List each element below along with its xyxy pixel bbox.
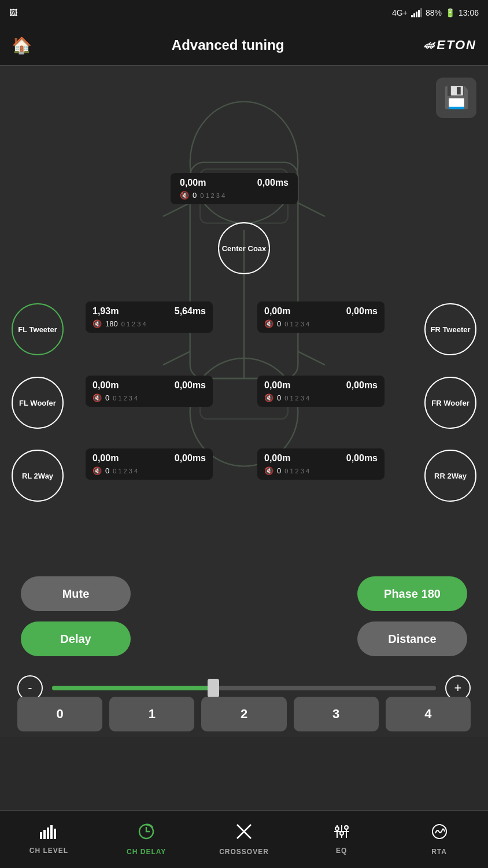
rr-delay: 0,00ms (346, 453, 378, 464)
svg-rect-11 (43, 830, 46, 839)
rr-eq: 0 1 2 3 4 (284, 468, 309, 475)
center-level: 0 (193, 191, 197, 200)
rl-distance: 0,00m (93, 453, 119, 464)
fr-woofer-info-box: 0,00m 0,00ms 🔇 0 0 1 2 3 4 (257, 376, 385, 407)
rl-delay: 0,00ms (175, 453, 206, 464)
channel-number-buttons: 0 1 2 3 4 (17, 697, 471, 737)
eq-label: EQ (336, 847, 347, 855)
phase180-button[interactable]: Phase 180 (357, 576, 467, 611)
rr-2way-info-box: 0,00m 0,00ms 🔇 0 0 1 2 3 4 (257, 448, 385, 480)
time-text: 13:06 (459, 8, 479, 17)
frw-distance: 0,00m (264, 380, 290, 391)
crossover-icon (235, 823, 253, 844)
channel-btn-2[interactable]: 2 (201, 697, 286, 731)
nav-rta[interactable]: RTA (390, 811, 488, 868)
rl-2way-info-box: 0,00m 0,00ms 🔇 0 0 1 2 3 4 (86, 448, 213, 480)
rta-icon (431, 823, 448, 844)
status-bar: 🖼 4G+ 88% 🔋 13:06 (0, 0, 488, 25)
crossover-label: CROSSOVER (219, 848, 269, 856)
ch-delay-label: CH DELAY (127, 848, 166, 856)
mute-button[interactable]: Mute (21, 576, 131, 611)
signal-bars (411, 8, 422, 17)
ch-level-label: CH LEVEL (29, 847, 68, 855)
frt-delay: 0,00ms (346, 306, 378, 317)
svg-rect-14 (54, 829, 56, 839)
channel-btn-3[interactable]: 3 (294, 697, 379, 731)
frw-mute-icon[interactable]: 🔇 (264, 393, 273, 402)
eq-icon (333, 824, 350, 843)
brand-logo: 🏎 ETON (424, 38, 476, 53)
page-title: Advanced tuning (32, 37, 424, 53)
flw-distance: 0,00m (93, 380, 119, 391)
rl-2way-circle[interactable]: RL 2Way (12, 450, 64, 502)
rr-mute-icon[interactable]: 🔇 (264, 466, 273, 475)
slider-thumb[interactable] (208, 679, 219, 697)
header: 🏠 Advanced tuning 🏎 ETON (0, 25, 488, 66)
flw-mute-icon[interactable]: 🔇 (93, 393, 102, 402)
svg-point-23 (340, 832, 343, 835)
svg-rect-13 (50, 825, 53, 839)
flt-mute-icon[interactable]: 🔇 (93, 319, 102, 328)
center-mute-icon[interactable]: 🔇 (180, 191, 189, 200)
frt-distance: 0,00m (264, 306, 290, 317)
nav-ch-level[interactable]: CH LEVEL (0, 811, 98, 868)
nav-eq[interactable]: EQ (293, 811, 390, 868)
fl-tweeter-info-box: 1,93m 5,64ms 🔇 180 0 1 2 3 4 (86, 301, 213, 333)
frt-eq: 0 1 2 3 4 (284, 321, 309, 328)
main-content: 💾 0,00m 0,00ms 🔇 0 0 1 2 3 4 Center Coax… (0, 66, 488, 737)
battery-icon: 🔋 (445, 8, 455, 17)
svg-line-3 (163, 203, 190, 216)
svg-line-5 (163, 351, 190, 365)
flw-eq: 0 1 2 3 4 (113, 395, 138, 402)
center-channel-circle[interactable]: Center Coax (218, 222, 270, 274)
channel-btn-4[interactable]: 4 (386, 697, 471, 731)
channel-btn-0[interactable]: 0 (17, 697, 102, 731)
center-distance: 0,00m (180, 178, 206, 188)
rta-label: RTA (431, 848, 447, 856)
nav-ch-delay[interactable]: CH DELAY (98, 811, 195, 868)
fr-tweeter-circle[interactable]: FR Tweeter (424, 303, 476, 355)
distance-button[interactable]: Distance (357, 621, 467, 656)
fl-woofer-info-box: 0,00m 0,00ms 🔇 0 0 1 2 3 4 (86, 376, 213, 407)
car-illustration (128, 95, 360, 500)
fr-woofer-circle[interactable]: FR Woofer (424, 377, 476, 429)
status-image-icon: 🖼 (9, 8, 17, 17)
nav-crossover[interactable]: CROSSOVER (195, 811, 293, 868)
svg-line-4 (298, 203, 325, 216)
frw-level: 0 (277, 393, 281, 402)
center-delay: 0,00ms (257, 178, 289, 188)
rl-mute-icon[interactable]: 🔇 (93, 466, 102, 475)
flt-level: 180 (105, 319, 118, 328)
frt-mute-icon[interactable]: 🔇 (264, 319, 273, 328)
save-icon: 💾 (443, 86, 469, 110)
svg-line-6 (298, 351, 325, 365)
rl-eq: 0 1 2 3 4 (113, 468, 138, 475)
rr-level: 0 (277, 466, 281, 475)
ch-level-icon (40, 825, 57, 843)
svg-rect-12 (47, 827, 49, 839)
home-button[interactable]: 🏠 (12, 36, 32, 55)
save-button[interactable]: 💾 (436, 78, 476, 118)
signal-text: 4G+ (392, 8, 408, 17)
fl-tweeter-circle[interactable]: FL Tweeter (12, 303, 64, 355)
rr-2way-circle[interactable]: RR 2Way (424, 450, 476, 502)
svg-point-22 (335, 827, 339, 830)
battery-text: 88% (426, 8, 442, 17)
flt-eq: 0 1 2 3 4 (121, 321, 146, 328)
center-eq: 0 1 2 3 4 (200, 192, 225, 199)
channel-btn-1[interactable]: 1 (109, 697, 194, 731)
slider-fill (52, 686, 213, 690)
flw-level: 0 (105, 393, 109, 402)
delay-button[interactable]: Delay (21, 621, 131, 656)
fl-woofer-circle[interactable]: FL Woofer (12, 377, 64, 429)
frw-eq: 0 1 2 3 4 (284, 395, 309, 402)
bottom-navigation: CH LEVEL CH DELAY CROSSOVER (0, 810, 488, 868)
center-info-box: 0,00m 0,00ms 🔇 0 0 1 2 3 4 (171, 173, 298, 204)
frw-delay: 0,00ms (346, 380, 378, 391)
svg-point-24 (345, 826, 348, 829)
slider-track[interactable] (52, 686, 436, 690)
flt-delay: 5,64ms (175, 306, 206, 317)
svg-rect-10 (40, 832, 42, 839)
rl-level: 0 (105, 466, 109, 475)
fr-tweeter-info-box: 0,00m 0,00ms 🔇 0 0 1 2 3 4 (257, 301, 385, 333)
